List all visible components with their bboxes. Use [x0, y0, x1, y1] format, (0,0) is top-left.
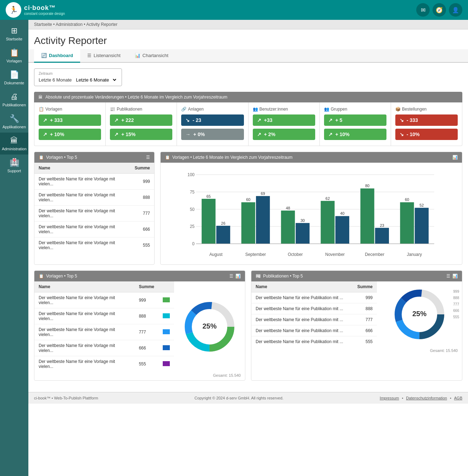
svg-rect-22 — [296, 223, 310, 244]
stat-box-pct: ↗ + 15% — [110, 129, 172, 140]
cell-color — [158, 324, 174, 340]
chart-header: 📋 Vorlagen • Top 5 ☰ — [34, 152, 154, 163]
cell-value: 999 — [135, 292, 158, 308]
svg-rect-37 — [415, 208, 429, 243]
svg-text:52: 52 — [419, 203, 424, 207]
col-name: Name — [34, 163, 130, 174]
table-row: Der weltbeste Name für eine Publikation … — [251, 292, 377, 303]
bottom-vorlagen-table: Name Summe Der weltbeste Name für eine V… — [34, 281, 174, 372]
svg-text:December: December — [365, 252, 384, 257]
tab-dashboard[interactable]: 🔄 Dashboard — [34, 49, 80, 63]
zeitraum-select[interactable]: Letzte 6 Monate Letzte 12 Monate Dieses … — [74, 77, 117, 83]
tabs-bar: 🔄 Dashboard ☰ Listenansicht 📊 Chartansic… — [28, 49, 468, 63]
stat-box-pct: ↗ + 10% — [324, 129, 386, 140]
bar-chart-area: 02550751006526August6069September4830Oct… — [161, 163, 462, 264]
vorlagen-total: Gesamt: 15.540 — [34, 372, 245, 380]
sidebar-item-vorlagen[interactable]: 📋 Vorlagen — [0, 45, 28, 67]
dashboard-icon: 🔄 — [41, 53, 47, 58]
top5-table-panel: 📋 Vorlagen • Top 5 ☰ Name Summe — [34, 152, 155, 265]
cell-name: Der weltbeste Name für eine Vorlage mit … — [34, 340, 135, 356]
svg-text:23: 23 — [380, 223, 384, 228]
bottom-vorlagen-content: Name Summe Der weltbeste Name für eine V… — [34, 281, 245, 372]
footer-link-impressum[interactable]: Impressum — [380, 396, 399, 400]
sidebar-item-dokumente[interactable]: 📄 Dokumente — [0, 67, 28, 89]
arrow-icon: ↗ — [114, 131, 118, 137]
cell-name: Der weltbeste Name für eine Publikation … — [251, 292, 352, 303]
list-icon: ☰ — [87, 53, 91, 58]
chart-header-left: 📰 Publikationen • Top 5 — [256, 274, 303, 279]
sidebar-item-label: Publikationen — [2, 103, 26, 107]
footer-center: Copyright © 2024 d-serv GmbH. All rights… — [195, 396, 284, 400]
sidebar-item-startseite[interactable]: ⊞ Startseite — [0, 23, 28, 45]
stat-col-bestellungen: 📦 Bestellungen ↘ - 333 ↘ - 10% — [391, 102, 462, 146]
pub-stat-icon: 📰 — [110, 107, 115, 112]
sidebar-item-publikationen[interactable]: 🖨 Publikationen — [0, 89, 28, 111]
svg-rect-35 — [400, 202, 414, 244]
pub-donut-center: 25% — [412, 310, 427, 318]
tab-listenansicht[interactable]: ☰ Listenansicht — [80, 49, 128, 63]
bar-chart-panel: 📋 Vorlagen • Letzte 6 Monate im Vergleic… — [160, 152, 462, 265]
tab-chartansicht[interactable]: 📊 Chartansicht — [128, 49, 176, 63]
bar-chart-svg: 02550751006526August6069September4830Oct… — [165, 167, 458, 259]
arrow-icon: → — [185, 131, 190, 137]
cell-value: 666 — [135, 340, 158, 356]
list-toggle-icon[interactable]: ☰ — [446, 274, 450, 279]
list-toggle-icon[interactable]: ☰ — [229, 274, 233, 279]
arrow-icon: ↗ — [43, 117, 47, 123]
compass-button[interactable]: 🧭 — [433, 3, 446, 17]
stat-col-anlagen: 🔗 Anlagen ↘ - 23 → + 0% — [177, 102, 248, 146]
stat-box-pct: → + 0% — [181, 129, 244, 140]
svg-text:November: November — [325, 252, 345, 257]
bar-chart-title: Vorlagen • Letzte 6 Monate im Vergleich … — [172, 155, 292, 160]
arrow-icon: ↗ — [257, 131, 261, 137]
svg-rect-32 — [375, 228, 389, 244]
arrow-icon: ↗ — [257, 117, 261, 123]
tab-label: Chartansicht — [143, 53, 168, 58]
chart-view-icon: 📊 — [452, 155, 458, 160]
stats-grid: 📋 Vorlagen ↗ + 333 ↗ + 10% — [34, 102, 462, 146]
footer-link-agb[interactable]: AGB — [454, 396, 462, 400]
arrow-icon: ↗ — [43, 131, 47, 137]
startseite-icon: ⊞ — [11, 26, 17, 35]
svg-text:August: August — [209, 252, 223, 257]
svg-text:25: 25 — [190, 224, 195, 229]
logo-sub: constant corporate design — [24, 12, 65, 16]
sidebar-item-label: Support — [7, 169, 21, 173]
chart-toggle-icon[interactable]: 📊 — [452, 274, 458, 279]
sidebar-item-administration[interactable]: 🏛 Administration — [0, 133, 28, 155]
bottom-publikationen-panel: 📰 Publikationen • Top 5 ☰ 📊 — [251, 270, 462, 381]
svg-text:40: 40 — [340, 211, 344, 215]
chart-title: Vorlagen • Top 5 — [46, 155, 77, 160]
cell-value: 666 — [352, 325, 377, 336]
stat-box-abs: ↘ - 333 — [395, 114, 458, 126]
table-row: Der weltbeste Name für eine Vorlage mit … — [34, 324, 174, 340]
sidebar-item-support[interactable]: 🏥 Support — [0, 155, 28, 177]
svg-rect-30 — [360, 189, 374, 244]
cell-name: Der weltbeste Name für eine Vorlage mit … — [34, 356, 135, 372]
chart-icon: 📊 — [135, 53, 140, 58]
svg-text:26: 26 — [221, 221, 225, 225]
main-layout: ⊞ Startseite 📋 Vorlagen 📄 Dokumente 🖨 Pu… — [0, 20, 468, 476]
user-button[interactable]: 👤 — [449, 3, 462, 17]
breadcrumb-item: Activity Reporter — [86, 22, 117, 27]
tab-label: Dashboard — [49, 53, 73, 58]
table-row: Der weltbeste Name für eine Publikation … — [251, 303, 377, 314]
stat-pair: ↘ - 333 ↘ - 10% — [395, 114, 458, 141]
bottom-vorlagen-table-area: Name Summe Der weltbeste Name für eine V… — [34, 281, 174, 372]
svg-rect-25 — [321, 201, 335, 244]
envelope-button[interactable]: ✉ — [416, 3, 430, 17]
stat-label: 📰 Publikationen — [110, 107, 172, 112]
stat-col-gruppen: 👥 Gruppen ↗ + 5 ↗ + 10% — [320, 102, 391, 146]
col-name: Name — [251, 281, 352, 292]
bottom-pub-table: Name Summe Der weltbeste Name für eine P… — [251, 281, 377, 347]
chart-toggle-icon[interactable]: 📊 — [235, 274, 241, 279]
stat-label: 📋 Vorlagen — [39, 107, 101, 112]
sidebar-item-label: Vorlagen — [6, 59, 22, 63]
svg-text:65: 65 — [206, 194, 211, 198]
footer-link-datenschutz[interactable]: Datenschutzinformation — [406, 396, 447, 400]
administration-icon: 🏛 — [10, 136, 18, 145]
cell-value: 666 — [130, 222, 154, 237]
bottom-vorlagen-icon: 📋 — [39, 274, 44, 279]
sidebar-item-applikationen[interactable]: 🔧 Applikationen — [0, 111, 28, 133]
arrow-icon: ↘ — [400, 117, 404, 123]
